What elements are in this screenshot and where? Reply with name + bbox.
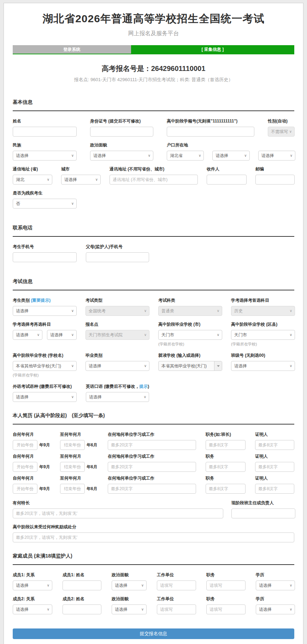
hukou-province-select[interactable]: 湖北省 <box>167 151 204 161</box>
member2-politics-select[interactable]: 请选择 <box>112 604 147 614</box>
field-resume-2-duty: 职务 <box>206 453 246 472</box>
political-status-label: 政治面貌 <box>90 142 153 148</box>
important-notice-link[interactable]: (重要提示) <box>31 298 51 303</box>
member2-education-select[interactable]: 请选择 <box>256 604 295 614</box>
field-exam-class: 考试科类 普通类 <box>158 297 222 316</box>
field-member2-relation: 成员2: 关系 请选择 <box>13 596 52 614</box>
attend-school-combobox[interactable]: 本省其他毕业学校(天门) <box>158 361 222 371</box>
foreign-language-select[interactable]: 请选择 <box>13 392 77 402</box>
tab-collect-info[interactable]: [ 采集信息 ] <box>131 45 294 54</box>
field-member1-politics: 政治面貌 请选择 <box>112 572 147 590</box>
resume-2-witness-input[interactable] <box>255 462 294 472</box>
oral-english-select[interactable]: 请选择 <box>86 392 149 402</box>
field-resume-3-witness: 证明人 <box>255 475 294 494</box>
field-resume-1-from: 自何年何月 年9月 <box>13 432 51 450</box>
resume-1-witness-input[interactable] <box>255 440 294 450</box>
school-city-helper: (学籍所在学校) <box>158 342 222 347</box>
member2-workplace-input[interactable] <box>157 604 196 614</box>
school-city-select[interactable]: 天门市 <box>158 330 222 340</box>
oral-english-tip-link[interactable]: 提示 <box>139 384 148 389</box>
resume-witness-label: 证明人 <box>255 453 294 459</box>
resume-section: 本人简历 (从高中阶段起) (至少填写一条) 自何年何月 年9月 至何年何月 年… <box>13 413 294 542</box>
member1-relation-select[interactable]: 请选择 <box>13 580 52 590</box>
mail-province-label: 通信地址 (省) <box>13 166 52 172</box>
tab-bar: 登录系统 [ 采集信息 ] <box>13 45 294 54</box>
field-disability: 是否为残疾考生 否 <box>13 190 77 209</box>
second-subject-2-select[interactable]: 请选择 <box>47 330 77 340</box>
class-number-select[interactable]: 请选择 <box>231 361 295 371</box>
field-member2-education: 学历 请选择 <box>256 596 295 614</box>
resume-3-duty-input[interactable] <box>206 484 246 494</box>
exam-type-select: 全国统考 <box>85 306 149 316</box>
resume-1-where-input[interactable] <box>108 440 196 450</box>
resume-1-from-year-input[interactable] <box>13 440 37 450</box>
family-section: 家庭成员 (未满18填监护人) 成员1: 关系 请选择 成员1: 姓名 政治面貌… <box>13 553 294 614</box>
resume-to-label: 至何年何月 <box>60 475 98 481</box>
gender-label: 性别(自动) <box>268 118 295 124</box>
head-teacher-input[interactable] <box>231 508 295 518</box>
parent-phone-input[interactable] <box>86 252 149 262</box>
field-school-name: 高中阶段毕业学校 (学校名) 本省其他毕业学校(天门) (学籍所在学校) <box>13 353 77 378</box>
member1-name-input[interactable] <box>63 580 101 590</box>
resume-1-to-year-input[interactable] <box>60 440 85 450</box>
hukou-city-select[interactable]: 请选择 <box>212 151 249 161</box>
field-specialty: 有何特长 <box>13 500 223 518</box>
mail-city-select[interactable]: 请选择 <box>61 175 101 185</box>
exam-info-section: 考试信息 考生类别 (重要提示) 请选择 考试类型 全国统考 考试科类 普通类 … <box>13 278 294 402</box>
postcode-input[interactable] <box>255 175 295 185</box>
resume-3-where-input[interactable] <box>108 484 196 494</box>
disability-label: 是否为残疾考生 <box>13 190 77 196</box>
graduation-type-select[interactable]: 请选择 <box>85 361 149 371</box>
recipient-input[interactable] <box>207 175 247 185</box>
mail-province-select[interactable]: 湖北 <box>13 175 52 185</box>
school-district-select[interactable]: 天门市 <box>231 330 295 340</box>
resume-3-witness-input[interactable] <box>255 484 294 494</box>
hukou-label: 户口所在地 <box>167 142 295 148</box>
member2-duty-input[interactable] <box>206 604 246 614</box>
name-input[interactable] <box>13 127 77 137</box>
member2-education-label: 学历 <box>256 596 295 602</box>
hukou-district-select[interactable]: 请选择 <box>258 151 295 161</box>
parent-phone-label: 父母(监护人)手机号 <box>86 244 149 250</box>
political-status-select[interactable]: 请选择 <box>90 151 153 161</box>
resume-2-to-year-input[interactable] <box>60 462 85 472</box>
resume-1-duty-input[interactable] <box>206 440 246 450</box>
field-resume-1-to: 至何年何月 年6月 <box>60 432 98 450</box>
student-number-input[interactable] <box>167 127 254 137</box>
disability-select[interactable]: 否 <box>13 199 77 209</box>
school-district-label: 高中阶段毕业学校 (区县) <box>231 321 295 327</box>
field-resume-3-to: 至何年何月 年6月 <box>60 475 98 494</box>
resume-2-from-year-input[interactable] <box>13 462 37 472</box>
field-class-number: 班级号 (无则选00) 请选择 <box>231 353 295 371</box>
resume-2-duty-input[interactable] <box>206 462 246 472</box>
class-number-label: 班级号 (无则选00) <box>231 353 295 359</box>
ethnicity-select[interactable]: 请选择 <box>13 151 77 161</box>
member2-relation-select[interactable]: 请选择 <box>13 604 52 614</box>
member1-politics-select[interactable]: 请选择 <box>112 580 147 590</box>
student-phone-input[interactable] <box>13 252 77 262</box>
gender-select: 不需填写 <box>268 127 295 137</box>
member2-name-input[interactable] <box>63 604 101 614</box>
tab-login-system[interactable]: 登录系统 <box>13 45 131 54</box>
resume-3-to-year-input[interactable] <box>60 484 85 494</box>
submit-registration-button[interactable]: 提交报名信息 <box>13 628 294 639</box>
second-subject-1-select[interactable]: 请选择 <box>13 330 42 340</box>
candidate-category-select[interactable]: 请选择 <box>13 306 77 316</box>
awards-input[interactable] <box>13 532 294 542</box>
foreign-language-label: 外语考试语种 (缴费后不可修改) <box>13 384 77 390</box>
basic-info-section: 基本信息 姓名 身份证号 (提交后不可修改) 高中阶段学籍号(无则填"11111… <box>13 99 294 209</box>
id-card-input[interactable] <box>90 127 153 137</box>
registration-point-info: 报名点: 9601-天门市 42960111-天门市招生考试院；科类: 普通类（… <box>13 77 294 83</box>
resume-3-from-year-input[interactable] <box>13 484 37 494</box>
head-teacher-label: 现阶段班主任或负责人 <box>231 500 295 506</box>
resume-2-where-input[interactable] <box>108 462 196 472</box>
member1-education-select[interactable]: 请选择 <box>256 580 295 590</box>
specialty-input[interactable] <box>13 508 223 518</box>
member1-duty-input[interactable] <box>206 580 246 590</box>
school-name-select[interactable]: 本省其他毕业学校(天门) <box>13 361 77 371</box>
member1-relation-label: 成员1: 关系 <box>13 572 52 578</box>
combo-dropdown-icon[interactable] <box>214 361 222 371</box>
mail-address-input[interactable] <box>110 175 198 185</box>
resume-from-label: 自何年何月 <box>13 432 51 438</box>
member1-workplace-input[interactable] <box>157 580 196 590</box>
